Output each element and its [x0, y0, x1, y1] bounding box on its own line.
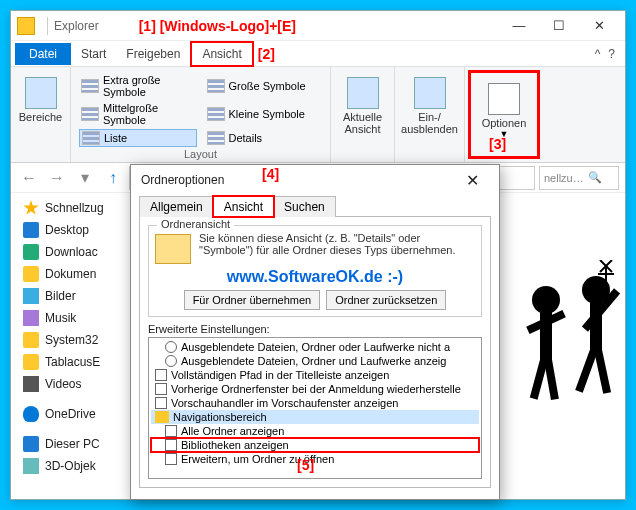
up-button[interactable]: ↑	[101, 166, 125, 190]
back-button[interactable]: ←	[17, 166, 41, 190]
advanced-settings-label: Erweiterte Einstellungen:	[148, 323, 482, 335]
folder-view-description: Sie können diese Ansicht (z. B. "Details…	[199, 232, 475, 256]
reset-folders-button[interactable]: Ordner zurücksetzen	[326, 290, 446, 310]
layout-label: Kleine Symbole	[229, 108, 305, 120]
layout-label: Große Symbole	[229, 80, 306, 92]
dialog-close-button[interactable]: ✕	[456, 169, 489, 192]
dialog-tabs: Allgemein Ansicht Suchen	[131, 195, 499, 216]
layout-group-label: Layout	[71, 148, 330, 160]
layout-icon	[207, 79, 225, 93]
cloud-icon	[23, 406, 39, 422]
sidebar-label: System32	[45, 333, 98, 347]
sidebar-item-desktop[interactable]: Desktop	[11, 219, 134, 241]
radio-icon	[165, 341, 177, 353]
sidebar-label: Dokumen	[45, 267, 96, 281]
tree-radio-hidden-hide[interactable]: Ausgeblendete Dateien, Ordner oder Laufw…	[151, 340, 479, 354]
sidebar-item-this-pc[interactable]: Dieser PC	[11, 433, 134, 455]
videos-icon	[23, 376, 39, 392]
menubar: Datei Start Freigeben Ansicht [2] ^ ?	[11, 41, 625, 67]
sidebar-item-tablacus[interactable]: TablacusE	[11, 351, 134, 373]
tree-check-expand-to-folder[interactable]: Erweitern, um Ordner zu öffnen	[151, 452, 479, 466]
annotation-1: [1] [Windows-Logo]+[E]	[139, 18, 296, 34]
tree-label: Ausgeblendete Dateien, Ordner und Laufwe…	[181, 355, 446, 367]
check-icon	[165, 453, 177, 465]
current-view-label: Aktuelle Ansicht	[337, 111, 388, 135]
search-icon: 🔍	[588, 171, 602, 184]
ribbon-group-options[interactable]: Optionen ▼ [3]	[468, 70, 540, 159]
sidebar-item-system32[interactable]: System32	[11, 329, 134, 351]
pictures-icon	[23, 288, 39, 304]
menu-share[interactable]: Freigeben	[116, 43, 190, 65]
folder-icon	[23, 266, 39, 282]
layout-list[interactable]: Liste	[79, 129, 197, 147]
sidebar-item-documents[interactable]: Dokumen	[11, 263, 134, 285]
sidebar-item-onedrive[interactable]: OneDrive	[11, 403, 134, 425]
folder-icon	[23, 354, 39, 370]
sidebar-label: Dieser PC	[45, 437, 100, 451]
layout-small[interactable]: Kleine Symbole	[205, 101, 323, 127]
layout-label: Extra große Symbole	[103, 74, 195, 98]
close-button[interactable]: ✕	[579, 11, 619, 41]
minimize-button[interactable]: —	[499, 11, 539, 41]
show-hide-icon[interactable]	[414, 77, 446, 109]
sidebar-label: Bilder	[45, 289, 76, 303]
3d-icon	[23, 458, 39, 474]
tree-check-preview-handler[interactable]: Vorschauhandler im Vorschaufenster anzei…	[151, 396, 479, 410]
options-label: Optionen	[482, 117, 527, 129]
tree-label: Navigationsbereich	[173, 411, 267, 423]
options-icon	[488, 83, 520, 115]
dialog-body: Ordneransicht Sie können diese Ansicht (…	[139, 216, 491, 488]
tree-radio-hidden-show[interactable]: Ausgeblendete Dateien, Ordner und Laufwe…	[151, 354, 479, 368]
search-placeholder: nellzu…	[544, 172, 584, 184]
sidebar-item-pictures[interactable]: Bilder	[11, 285, 134, 307]
tab-view[interactable]: Ansicht	[213, 196, 274, 217]
folder-icon	[23, 332, 39, 348]
maximize-button[interactable]: ☐	[539, 11, 579, 41]
fieldset-legend: Ordneransicht	[157, 218, 234, 230]
sidebar-item-quick-access[interactable]: Schnellzug	[11, 197, 134, 219]
ribbon-controls: ^ ?	[585, 43, 625, 65]
layout-medium[interactable]: Mittelgroße Symbole	[79, 101, 197, 127]
sidebar-item-3d-objects[interactable]: 3D-Objek	[11, 455, 134, 477]
menu-view[interactable]: Ansicht	[190, 41, 253, 67]
tree-check-restore-windows[interactable]: Vorherige Ordnerfenster bei der Anmeldun…	[151, 382, 479, 396]
collapse-ribbon-icon[interactable]: ^	[595, 47, 601, 61]
help-icon[interactable]: ?	[608, 47, 615, 61]
apply-to-folders-button[interactable]: Für Ordner übernehmen	[184, 290, 321, 310]
menu-start[interactable]: Start	[71, 43, 116, 65]
menu-file[interactable]: Datei	[15, 43, 71, 65]
watermark-text: www.SoftwareOK.de :-)	[155, 268, 475, 286]
recent-button[interactable]: ▾	[73, 166, 97, 190]
tab-general[interactable]: Allgemein	[139, 196, 214, 217]
layout-large[interactable]: Große Symbole	[205, 73, 323, 99]
sidebar-label: Desktop	[45, 223, 89, 237]
layout-icon	[207, 131, 225, 145]
advanced-settings-tree[interactable]: Ausgeblendete Dateien, Ordner oder Laufw…	[148, 337, 482, 479]
panes-icon[interactable]	[25, 77, 57, 109]
tree-node-navigation-pane[interactable]: Navigationsbereich	[151, 410, 479, 424]
annotation-4: [4]	[262, 166, 279, 182]
sidebar-label: Musik	[45, 311, 76, 325]
sidebar-label: Videos	[45, 377, 81, 391]
check-icon	[165, 425, 177, 437]
forward-button[interactable]: →	[45, 166, 69, 190]
annotation-2: [2]	[258, 46, 275, 62]
tree-check-show-all-folders[interactable]: Alle Ordner anzeigen	[151, 424, 479, 438]
tree-label: Vollständigen Pfad in der Titelleiste an…	[171, 369, 389, 381]
sidebar-item-downloads[interactable]: Downloac	[11, 241, 134, 263]
tree-label: Vorschauhandler im Vorschaufenster anzei…	[171, 397, 398, 409]
tree-check-fullpath[interactable]: Vollständigen Pfad in der Titelleiste an…	[151, 368, 479, 382]
sidebar-item-videos[interactable]: Videos	[11, 373, 134, 395]
sidebar-item-music[interactable]: Musik	[11, 307, 134, 329]
layout-extra-large[interactable]: Extra große Symbole	[79, 73, 197, 99]
dialog-title: Ordneroptionen	[141, 173, 224, 187]
ribbon-group-current-view: Aktuelle Ansicht	[331, 67, 395, 162]
tab-search[interactable]: Suchen	[273, 196, 336, 217]
search-field[interactable]: nellzu…🔍	[539, 166, 619, 190]
ribbon-group-panes: Bereiche	[11, 67, 71, 162]
current-view-icon[interactable]	[347, 77, 379, 109]
folder-view-fieldset: Ordneransicht Sie können diese Ansicht (…	[148, 225, 482, 317]
tree-check-show-libraries[interactable]: Bibliotheken anzeigen	[151, 438, 479, 452]
layout-details[interactable]: Details	[205, 129, 323, 147]
navigation-sidebar: Schnellzug Desktop Downloac Dokumen Bild…	[11, 193, 135, 499]
